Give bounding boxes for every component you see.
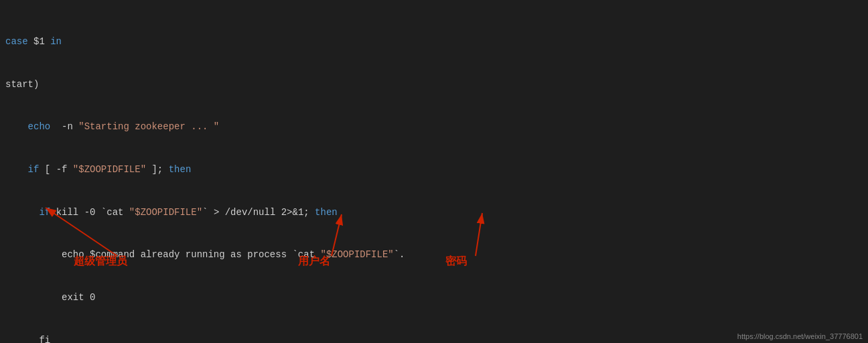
code-line-3: echo -n "Starting zookeeper ... " <box>0 120 868 135</box>
password-label: 密码 <box>445 255 467 269</box>
watermark: https://blog.csdn.net/weixin_37776801 <box>737 332 863 340</box>
username-label: 用户名 <box>298 255 330 269</box>
code-line-6: echo $command already running as process… <box>0 248 868 263</box>
code-line-5: if kill -0 `cat "$ZOOPIDFILE"` > /dev/nu… <box>0 206 868 220</box>
code-block: case $1 in start) echo -n "Starting zook… <box>0 0 868 343</box>
code-line-7: exit 0 <box>0 291 868 305</box>
super-admin-label: 超级管理员 <box>74 255 127 269</box>
code-line-4: if [ -f "$ZOOPIDFILE" ]; then <box>0 163 868 178</box>
code-line-2: start) <box>0 78 868 92</box>
code-line-1: case $1 in <box>0 35 868 50</box>
